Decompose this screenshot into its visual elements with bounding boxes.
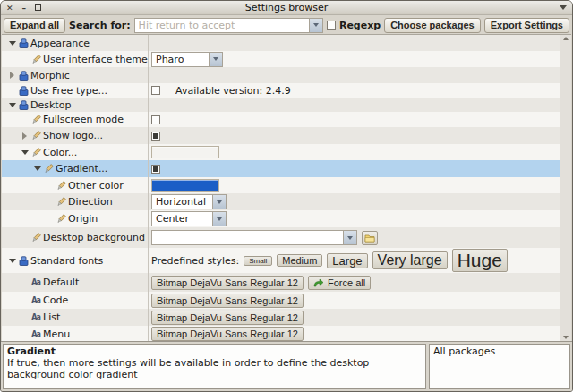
- gradient-label: Gradient...: [55, 163, 107, 175]
- chevron-down-icon[interactable]: [343, 231, 356, 244]
- search-input[interactable]: [135, 20, 309, 31]
- appearance-label-cell: Appearance: [2, 38, 148, 49]
- tree-row-fullscreen-mode[interactable]: Fullscreen mode: [2, 112, 560, 127]
- maximize-icon[interactable]: [35, 4, 41, 11]
- export-settings-button[interactable]: Export Settings: [484, 18, 569, 33]
- fullscreen-mode-value-cell: [148, 115, 560, 124]
- use-free-type-note: Available version: 2.4.9: [175, 85, 291, 97]
- tree-row-user-interface-theme[interactable]: User interface themePharo: [2, 51, 560, 67]
- scroll-down-icon[interactable]: [563, 336, 569, 339]
- default-font-button[interactable]: Bitmap DejaVu Sans Regular 12: [151, 276, 304, 290]
- choose-packages-button[interactable]: Choose packages: [384, 18, 481, 33]
- tree-row-list-font[interactable]: AaListBitmap DejaVu Sans Regular 12: [2, 309, 560, 326]
- settings-browser-window: ✕ – Settings browser Expand all Search f…: [0, 0, 573, 392]
- style-huge-button[interactable]: Huge: [452, 249, 508, 272]
- tree-row-color[interactable]: Color...: [2, 144, 560, 160]
- tree-row-desktop[interactable]: Desktop: [2, 98, 560, 112]
- close-icon[interactable]: ✕: [6, 4, 13, 13]
- setting-description-text: If true, then more settings will be avai…: [7, 357, 422, 380]
- other-color-swatch[interactable]: [151, 179, 219, 192]
- color-swatch[interactable]: [151, 146, 219, 158]
- group-icon: [19, 256, 29, 266]
- code-font-button[interactable]: Bitmap DejaVu Sans Regular 12: [151, 294, 304, 308]
- tree-row-morphic[interactable]: Morphic: [2, 67, 560, 83]
- origin-label-cell: Origin: [2, 213, 148, 225]
- desktop-label: Desktop: [30, 99, 71, 111]
- group-icon-slot: [17, 86, 30, 96]
- group-icon-slot: [17, 256, 30, 266]
- tree-row-show-logo[interactable]: Show logo...: [2, 127, 560, 144]
- pencil-icon: [56, 197, 66, 207]
- tree-row-appearance[interactable]: Appearance: [2, 35, 560, 51]
- expand-all-button[interactable]: Expand all: [4, 18, 65, 33]
- pencil-icon-slot: [55, 214, 67, 224]
- chevron-collapsed-icon: [10, 72, 14, 79]
- tree-row-other-color[interactable]: Other color: [2, 177, 560, 193]
- tree-row-use-free-type[interactable]: Use Free type...Available version: 2.4.9: [2, 83, 560, 98]
- font-icon-slot: Aa: [30, 278, 42, 286]
- chevron-down-icon[interactable]: [212, 212, 226, 226]
- menu-font-button[interactable]: Bitmap DejaVu Sans Regular 12: [151, 327, 304, 341]
- direction-dropdown-value: Horizontal: [152, 196, 212, 208]
- tree-row-menu-font[interactable]: AaMenuBitmap DejaVu Sans Regular 12: [2, 326, 560, 341]
- desktop-background-image-value-cell: [148, 230, 560, 245]
- tree-row-origin[interactable]: OriginCenter: [2, 210, 560, 227]
- settings-tree: AppearanceUser interface themePharoMorph…: [2, 34, 571, 341]
- window-menu-icon[interactable]: [560, 5, 567, 10]
- setting-description-box: Gradient If true, then more settings wil…: [3, 344, 426, 389]
- tree-row-desktop-background-image[interactable]: Desktop background image: [2, 227, 560, 248]
- use-free-type-value-cell: Available version: 2.4.9: [148, 85, 560, 97]
- chevron-down-icon[interactable]: [212, 195, 226, 209]
- packages-box[interactable]: All packages: [429, 344, 570, 389]
- list-font-button[interactable]: Bitmap DejaVu Sans Regular 12: [151, 311, 304, 325]
- tree-row-code-font[interactable]: AaCodeBitmap DejaVu Sans Regular 12: [2, 292, 560, 309]
- menu-font-label-cell: AaMenu: [2, 328, 148, 340]
- tree-row-gradient[interactable]: Gradient...: [2, 160, 560, 177]
- style-small-button[interactable]: Small: [244, 256, 272, 266]
- use-free-type-label-cell: Use Free type...: [2, 85, 148, 97]
- regexp-checkbox[interactable]: [327, 21, 336, 30]
- force-all-button[interactable]: Force all: [308, 276, 371, 290]
- scroll-up-icon[interactable]: [563, 37, 569, 40]
- pencil-icon-slot: [30, 115, 42, 124]
- tree-row-direction[interactable]: DirectionHorizontal: [2, 193, 560, 210]
- gradient-checkbox[interactable]: [151, 165, 160, 174]
- color-label: Color...: [42, 147, 77, 158]
- other-color-label: Other color: [67, 180, 124, 192]
- show-logo-label-cell: Show logo...: [2, 130, 148, 141]
- chevron-down-icon[interactable]: [209, 53, 222, 66]
- standard-fonts-expander[interactable]: [7, 259, 17, 263]
- desktop-background-image-input[interactable]: [152, 232, 343, 243]
- list-font-value-cell: Bitmap DejaVu Sans Regular 12: [148, 311, 560, 325]
- color-expander[interactable]: [20, 150, 30, 155]
- group-icon: [19, 71, 29, 81]
- direction-dropdown[interactable]: Horizontal: [151, 194, 227, 209]
- use-free-type-checkbox[interactable]: [151, 86, 160, 95]
- tree-row-standard-fonts[interactable]: Standard fontsPredefined styles:SmallMed…: [2, 248, 560, 273]
- appearance-expander[interactable]: [7, 41, 17, 46]
- column-divider: [148, 35, 149, 341]
- gradient-expander[interactable]: [32, 166, 42, 171]
- user-interface-theme-dropdown-value: Pharo: [152, 54, 209, 65]
- tree-row-default-font[interactable]: AaDefaultBitmap DejaVu Sans Regular 12Fo…: [2, 273, 560, 292]
- style-medium-button[interactable]: Medium: [277, 254, 322, 267]
- vertical-scrollbar[interactable]: [560, 35, 571, 341]
- show-logo-checkbox[interactable]: [151, 132, 160, 141]
- group-icon-slot: [17, 100, 30, 110]
- standard-fonts-label-cell: Standard fonts: [2, 255, 148, 267]
- fullscreen-mode-checkbox[interactable]: [151, 115, 160, 124]
- style-large-button[interactable]: Large: [327, 253, 367, 268]
- style-very-large-button[interactable]: Very large: [372, 251, 448, 269]
- direction-value-cell: Horizontal: [148, 194, 560, 209]
- desktop-expander[interactable]: [7, 103, 17, 107]
- search-dropdown-icon[interactable]: [309, 19, 322, 32]
- browse-image-button[interactable]: [362, 231, 378, 245]
- list-font-label-cell: AaList: [2, 311, 148, 323]
- user-interface-theme-dropdown[interactable]: Pharo: [151, 52, 223, 67]
- minimize-icon[interactable]: –: [22, 4, 27, 13]
- morphic-expander[interactable]: [7, 72, 17, 79]
- chevron-expanded-icon: [9, 259, 16, 263]
- show-logo-expander[interactable]: [20, 132, 30, 140]
- origin-dropdown[interactable]: Center: [151, 211, 227, 226]
- title-bar[interactable]: ✕ – Settings browser: [1, 1, 572, 15]
